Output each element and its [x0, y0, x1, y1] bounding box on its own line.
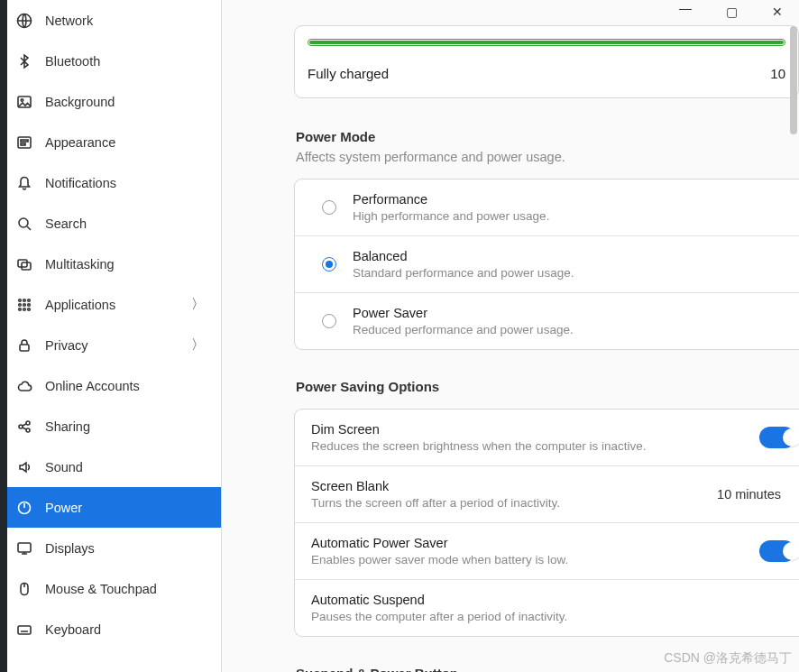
power-mode-list: PerformanceHigh performance and power us…	[294, 179, 799, 350]
setting-subtitle: Pauses the computer after a period of in…	[311, 610, 786, 623]
sound-icon	[16, 459, 32, 475]
setting-row[interactable]: Automatic SuspendPauses the computer aft…	[295, 580, 799, 636]
option-title: Balanced	[353, 249, 786, 263]
toggle-switch[interactable]	[759, 540, 795, 562]
scrollbar[interactable]	[790, 26, 797, 134]
chevron-right-icon: 〉	[191, 296, 205, 313]
settings-sidebar: NetworkBluetoothBackgroundAppearanceNoti…	[0, 0, 222, 672]
sidebar-item-applications[interactable]: Applications〉	[0, 284, 221, 325]
battery-bar-fill	[309, 41, 784, 44]
window-minimize-button[interactable]: —	[679, 1, 692, 15]
battery-card: Fully charged 10	[294, 25, 799, 98]
lock-icon	[16, 337, 32, 354]
sidebar-item-label: Bluetooth	[45, 54, 205, 69]
sidebar-item-network[interactable]: Network	[0, 0, 221, 41]
settings-main: Fully charged 10 Power Mode Affects syst…	[222, 0, 799, 672]
power-mode-option[interactable]: Power SaverReduced performance and power…	[295, 293, 799, 349]
sidebar-item-label: Power	[45, 501, 205, 515]
sidebar-item-label: Search	[45, 216, 205, 231]
setting-title: Dim Screen	[311, 422, 743, 437]
sidebar-item-bluetooth[interactable]: Bluetooth	[0, 41, 221, 81]
sidebar-item-label: Multitasking	[45, 257, 205, 272]
sidebar-item-label: Privacy	[45, 338, 179, 353]
setting-title: Screen Blank	[311, 479, 701, 493]
power-mode-option[interactable]: BalancedStandard performance and power u…	[295, 236, 799, 293]
bluetooth-icon	[16, 53, 32, 69]
sidebar-item-displays[interactable]: Displays	[0, 528, 221, 568]
option-subtitle: High performance and power usage.	[353, 209, 786, 223]
radio-button[interactable]	[322, 200, 336, 215]
keyboard-icon	[16, 621, 32, 638]
suspend-title: Suspend & Power Button	[294, 666, 799, 672]
sidebar-item-appearance[interactable]: Appearance	[0, 122, 221, 162]
mouse-icon	[16, 581, 32, 597]
window-controls: — ▢ ✕	[663, 0, 799, 23]
setting-subtitle: Reduces the screen brightness when the c…	[311, 439, 743, 453]
sidebar-item-power[interactable]: Power	[0, 487, 221, 528]
setting-title: Automatic Suspend	[311, 593, 786, 607]
setting-subtitle: Enables power saver mode when battery is…	[311, 553, 743, 566]
setting-title: Automatic Power Saver	[311, 536, 743, 550]
sidebar-item-label: Keyboard	[45, 622, 205, 637]
bell-icon	[16, 175, 32, 191]
globe-icon	[16, 13, 32, 29]
power-icon	[16, 500, 32, 516]
sidebar-item-online-accounts[interactable]: Online Accounts	[0, 365, 221, 406]
watermark: CSDN @洛克希德马丁	[664, 650, 792, 667]
battery-status-label: Fully charged	[308, 66, 389, 81]
power-mode-subtitle: Affects system performance and power usa…	[294, 150, 799, 164]
sidebar-item-label: Notifications	[45, 176, 205, 190]
sidebar-item-notifications[interactable]: Notifications	[0, 162, 221, 203]
setting-subtitle: Turns the screen off after a period of i…	[311, 496, 701, 510]
option-subtitle: Standard performance and power usage.	[353, 266, 786, 280]
toggle-switch[interactable]	[759, 427, 795, 448]
sidebar-item-label: Appearance	[45, 135, 205, 150]
cloud-icon	[16, 378, 32, 394]
sidebar-item-label: Applications	[45, 298, 179, 312]
sidebar-item-label: Sound	[45, 460, 205, 474]
window-close-button[interactable]: ✕	[772, 5, 783, 19]
display-icon	[16, 540, 32, 557]
setting-row[interactable]: Automatic Power SaverEnables power saver…	[295, 523, 799, 580]
radio-button[interactable]	[322, 257, 336, 272]
window-maximize-button[interactable]: ▢	[726, 5, 738, 19]
sidebar-item-label: Displays	[45, 541, 205, 556]
battery-percent-label: 10	[770, 66, 785, 81]
option-subtitle: Reduced performance and power usage.	[353, 323, 786, 336]
sidebar-item-privacy[interactable]: Privacy〉	[0, 325, 221, 365]
power-mode-option[interactable]: PerformanceHigh performance and power us…	[295, 180, 799, 236]
picture-icon	[16, 94, 32, 110]
sidebar-item-keyboard[interactable]: Keyboard	[0, 609, 221, 649]
sidebar-item-label: Online Accounts	[45, 379, 205, 393]
apps-icon	[16, 297, 32, 313]
option-title: Power Saver	[353, 306, 786, 320]
power-mode-title: Power Mode	[294, 129, 799, 144]
appearance-icon	[16, 134, 32, 151]
chevron-right-icon: 〉	[191, 336, 205, 354]
multitask-icon	[16, 256, 32, 272]
power-saving-list: Dim ScreenReduces the screen brightness …	[294, 409, 799, 637]
search-icon	[16, 216, 32, 232]
sidebar-item-background[interactable]: Background	[0, 81, 221, 122]
setting-row[interactable]: Dim ScreenReduces the screen brightness …	[295, 410, 799, 466]
battery-bar	[308, 39, 785, 46]
sidebar-item-label: Network	[45, 14, 205, 28]
sidebar-item-sharing[interactable]: Sharing	[0, 406, 221, 446]
power-saving-title: Power Saving Options	[294, 379, 799, 394]
activity-strip	[0, 0, 7, 672]
share-icon	[16, 419, 32, 435]
sidebar-item-label: Background	[45, 95, 205, 109]
sidebar-item-mouse-touchpad[interactable]: Mouse & Touchpad	[0, 568, 221, 609]
sidebar-item-multitasking[interactable]: Multitasking	[0, 244, 221, 284]
sidebar-item-label: Sharing	[45, 419, 205, 434]
settings-window: — ▢ ✕ NetworkBluetoothBackgroundAppearan…	[0, 0, 799, 672]
radio-button[interactable]	[322, 314, 336, 328]
sidebar-item-search[interactable]: Search	[0, 203, 221, 244]
option-title: Performance	[353, 192, 786, 207]
setting-value: 10 minutes	[717, 487, 786, 502]
sidebar-item-sound[interactable]: Sound	[0, 446, 221, 487]
setting-row[interactable]: Screen BlankTurns the screen off after a…	[295, 466, 799, 523]
sidebar-item-label: Mouse & Touchpad	[45, 582, 205, 596]
